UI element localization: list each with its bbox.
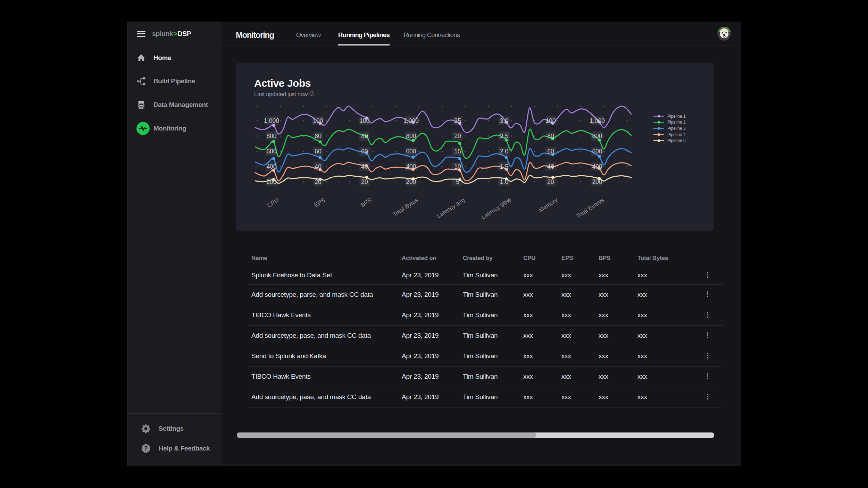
svg-text:1,000: 1,000	[403, 117, 419, 124]
svg-text:BPS: BPS	[359, 196, 373, 208]
svg-text:600: 600	[406, 148, 416, 155]
svg-text:15: 15	[454, 148, 461, 155]
svg-text:20: 20	[315, 178, 322, 185]
svg-text:600: 600	[266, 148, 276, 155]
svg-text:20: 20	[547, 178, 554, 185]
svg-text:800: 800	[406, 133, 416, 140]
svg-text:100: 100	[545, 117, 556, 124]
svg-text:60: 60	[361, 148, 368, 155]
svg-text:1,000: 1,000	[264, 117, 279, 124]
svg-text:Pipeline 1: Pipeline 1	[667, 114, 686, 119]
svg-text:1.0: 1.0	[500, 178, 509, 185]
svg-text:60: 60	[315, 148, 322, 155]
svg-text:2.0: 2.0	[500, 148, 509, 155]
svg-text:?: ?	[144, 445, 148, 452]
svg-text:800: 800	[592, 133, 602, 140]
svg-text:Latency avg: Latency avg	[436, 196, 466, 219]
svg-text:1.5: 1.5	[500, 163, 508, 170]
svg-text:25: 25	[454, 117, 461, 124]
svg-text:100: 100	[313, 117, 323, 124]
svg-text:400: 400	[592, 163, 602, 170]
svg-text:5: 5	[456, 178, 459, 185]
svg-text:Pipeline 5: Pipeline 5	[667, 138, 686, 143]
svg-text:400: 400	[406, 163, 416, 170]
svg-text:80: 80	[547, 133, 554, 140]
svg-text:100: 100	[359, 117, 369, 124]
svg-text:Latency 99%: Latency 99%	[480, 196, 512, 220]
svg-text:Total Events: Total Events	[575, 196, 606, 219]
svg-text:1,000: 1,000	[590, 117, 605, 124]
svg-text:20: 20	[454, 133, 461, 140]
svg-text:Pipeline 3: Pipeline 3	[667, 126, 686, 131]
svg-text:10: 10	[454, 163, 461, 170]
svg-text:80: 80	[361, 133, 368, 140]
svg-text:20: 20	[361, 178, 368, 185]
svg-text:40: 40	[547, 163, 554, 170]
svg-text:CPU: CPU	[266, 196, 280, 209]
svg-text:600: 600	[592, 148, 602, 155]
svg-text:Memory: Memory	[537, 196, 559, 214]
svg-text:40: 40	[361, 163, 368, 170]
svg-text:2.5: 2.5	[500, 133, 508, 140]
svg-text:3.0: 3.0	[500, 117, 509, 124]
svg-text:EPS: EPS	[313, 196, 326, 208]
svg-text:Pipeline 4: Pipeline 4	[667, 132, 686, 137]
svg-text:200: 200	[406, 178, 416, 185]
svg-text:40: 40	[315, 163, 322, 170]
svg-text:Total Bytes: Total Bytes	[392, 196, 419, 218]
svg-text:400: 400	[266, 163, 276, 170]
svg-text:200: 200	[266, 178, 276, 185]
svg-text:Pipeline 2: Pipeline 2	[667, 120, 686, 125]
svg-text:60: 60	[547, 148, 554, 155]
svg-text:800: 800	[266, 133, 276, 140]
svg-text:200: 200	[592, 178, 602, 185]
svg-text:80: 80	[315, 133, 322, 140]
